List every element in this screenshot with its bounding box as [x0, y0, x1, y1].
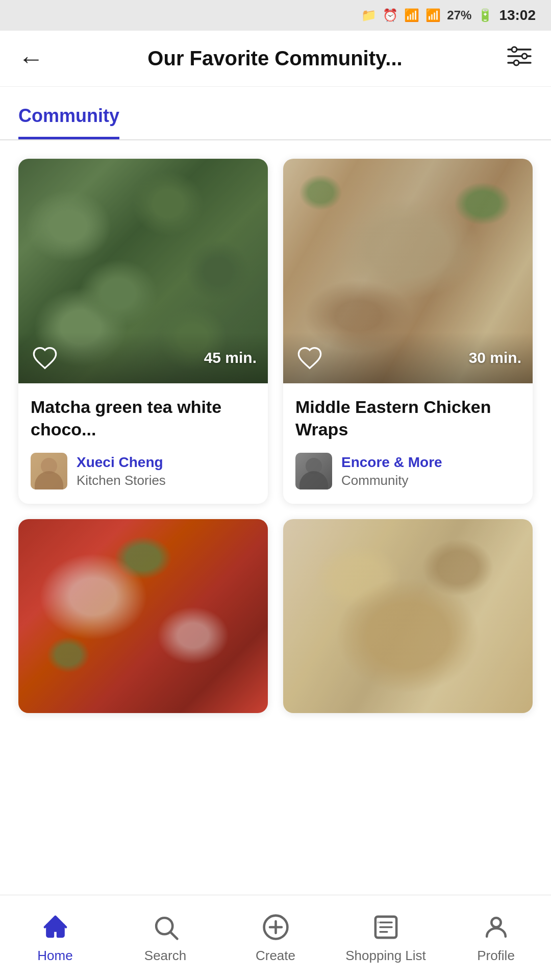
author-sub-tacos: Community	[341, 473, 442, 488]
image-overlay: 45 min.	[18, 332, 268, 383]
svg-point-4	[522, 54, 527, 59]
battery-icon: 🔋	[478, 8, 493, 22]
recipe-card-matcha: 45 min. Matcha green tea white choco... …	[18, 159, 268, 504]
author-avatar-tacos	[295, 453, 332, 489]
svg-line-7	[170, 933, 177, 939]
shopping-icon	[370, 912, 401, 943]
sd-icon: 📁	[361, 8, 377, 22]
nav-label-shopping: Shopping List	[345, 948, 426, 964]
author-name-matcha[interactable]: Xueci Cheng	[77, 454, 166, 471]
recipe-info-tacos: Middle Eastern Chicken Wraps Encore & Mo…	[283, 383, 533, 504]
svg-point-15	[491, 918, 500, 927]
svg-point-5	[514, 60, 519, 65]
recipe-card-tacos: 30 min. Middle Eastern Chicken Wraps Enc…	[283, 159, 533, 504]
battery-text: 27%	[447, 8, 471, 22]
back-button[interactable]: ←	[18, 44, 44, 74]
nav-label-home: Home	[37, 948, 72, 964]
recipe-author-matcha: Xueci Cheng Kitchen Stories	[31, 453, 256, 489]
author-text-matcha: Xueci Cheng Kitchen Stories	[77, 454, 166, 488]
nav-item-create[interactable]: Create	[220, 912, 331, 964]
author-name-tacos[interactable]: Encore & More	[341, 454, 442, 471]
recipe-grid-top: 45 min. Matcha green tea white choco... …	[0, 140, 551, 504]
favorite-button-matcha[interactable]	[30, 342, 60, 373]
tab-bar: Community	[0, 87, 551, 140]
recipe-title-tacos: Middle Eastern Chicken Wraps	[295, 396, 520, 442]
recipe-author-tacos: Encore & More Community	[295, 453, 520, 489]
recipe-image-pasta	[283, 519, 533, 713]
nav-label-profile: Profile	[477, 948, 515, 964]
create-icon	[260, 912, 291, 943]
nav-item-search[interactable]: Search	[110, 912, 220, 964]
nav-item-shopping[interactable]: Shopping List	[331, 912, 441, 964]
nav-item-profile[interactable]: Profile	[441, 912, 551, 964]
page-title: Our Favorite Community...	[44, 47, 506, 70]
search-icon	[150, 912, 181, 943]
image-overlay-tacos: 30 min.	[283, 332, 533, 383]
recipe-grid-bottom	[0, 504, 551, 815]
recipe-card-pizza	[18, 519, 268, 713]
home-icon	[40, 912, 70, 943]
recipe-time-tacos: 30 min.	[469, 349, 521, 366]
filter-button[interactable]	[506, 45, 533, 72]
author-text-tacos: Encore & More Community	[341, 454, 442, 488]
clock: 13:02	[499, 7, 536, 23]
bottom-navigation: Home Search Create	[0, 895, 551, 980]
profile-icon	[481, 912, 511, 943]
recipe-info-matcha: Matcha green tea white choco... Xueci Ch…	[18, 383, 268, 504]
wifi-icon: 📶	[404, 8, 419, 22]
nav-label-create: Create	[256, 948, 295, 964]
nav-item-home[interactable]: Home	[0, 912, 110, 964]
author-avatar-matcha	[31, 453, 67, 489]
recipe-image-tacos: 30 min.	[283, 159, 533, 383]
status-bar: 📁 ⏰ 📶 📶 27% 🔋 13:02	[0, 0, 551, 31]
status-icons: 📁 ⏰ 📶 📶 27% 🔋 13:02	[361, 7, 536, 23]
recipe-image-matcha: 45 min.	[18, 159, 268, 383]
svg-point-3	[512, 47, 517, 52]
nav-label-search: Search	[144, 948, 186, 964]
tab-community[interactable]: Community	[18, 87, 119, 139]
favorite-button-tacos[interactable]	[294, 342, 325, 373]
author-sub-matcha: Kitchen Stories	[77, 473, 166, 488]
recipe-time-matcha: 45 min.	[204, 349, 257, 366]
header: ← Our Favorite Community...	[0, 31, 551, 87]
alarm-icon: ⏰	[383, 8, 398, 22]
recipe-card-pasta	[283, 519, 533, 713]
recipe-image-pizza	[18, 519, 268, 713]
recipe-title-matcha: Matcha green tea white choco...	[31, 396, 256, 442]
signal-icon: 📶	[425, 8, 441, 22]
